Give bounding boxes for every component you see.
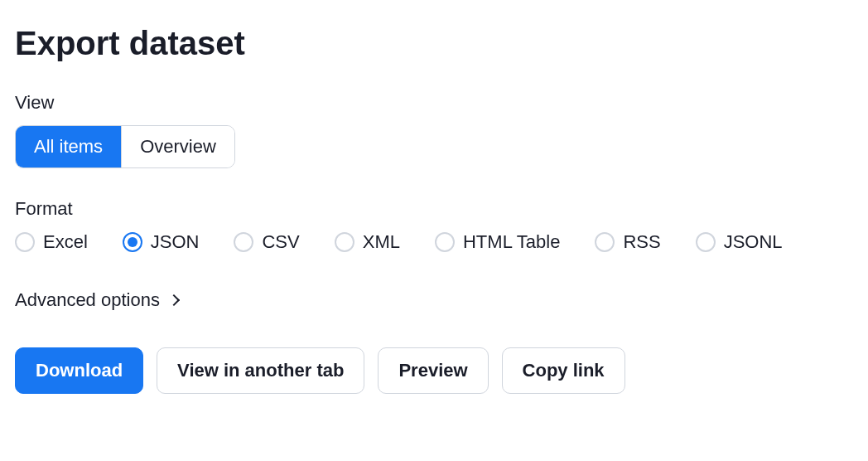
chevron-right-icon: [168, 294, 180, 306]
radio-icon: [435, 232, 455, 252]
format-option-html-table[interactable]: HTML Table: [435, 231, 560, 253]
radio-icon: [15, 232, 35, 252]
view-label: View: [15, 92, 853, 114]
radio-icon: [123, 232, 142, 252]
format-option-json[interactable]: JSON: [123, 231, 200, 253]
format-option-label: HTML Table: [463, 231, 560, 253]
view-option-all-items[interactable]: All items: [16, 126, 122, 167]
radio-icon: [234, 232, 253, 252]
advanced-options-toggle[interactable]: Advanced options: [15, 289, 178, 311]
action-buttons: Download View in another tab Preview Cop…: [15, 347, 853, 394]
view-segmented-control: All items Overview: [15, 125, 235, 168]
page-title: Export dataset: [15, 25, 853, 62]
radio-icon: [335, 232, 354, 252]
format-option-rss[interactable]: RSS: [595, 231, 660, 253]
format-option-label: XML: [363, 231, 400, 253]
format-option-label: Excel: [43, 231, 88, 253]
format-option-label: CSV: [262, 231, 299, 253]
format-option-jsonl[interactable]: JSONL: [696, 231, 783, 253]
view-in-another-tab-button[interactable]: View in another tab: [157, 347, 364, 394]
format-option-label: RSS: [623, 231, 660, 253]
format-option-csv[interactable]: CSV: [234, 231, 299, 253]
format-radio-group: Excel JSON CSV XML HTML Table RSS JSONL: [15, 231, 853, 253]
radio-icon: [696, 232, 716, 252]
download-button[interactable]: Download: [15, 347, 143, 394]
radio-icon: [595, 232, 615, 252]
preview-button[interactable]: Preview: [378, 347, 488, 394]
format-label: Format: [15, 198, 853, 220]
format-option-xml[interactable]: XML: [335, 231, 400, 253]
advanced-options-label: Advanced options: [15, 289, 160, 311]
format-option-label: JSONL: [724, 231, 783, 253]
view-option-overview[interactable]: Overview: [122, 126, 234, 167]
format-option-label: JSON: [151, 231, 200, 253]
format-option-excel[interactable]: Excel: [15, 231, 88, 253]
copy-link-button[interactable]: Copy link: [502, 347, 625, 394]
